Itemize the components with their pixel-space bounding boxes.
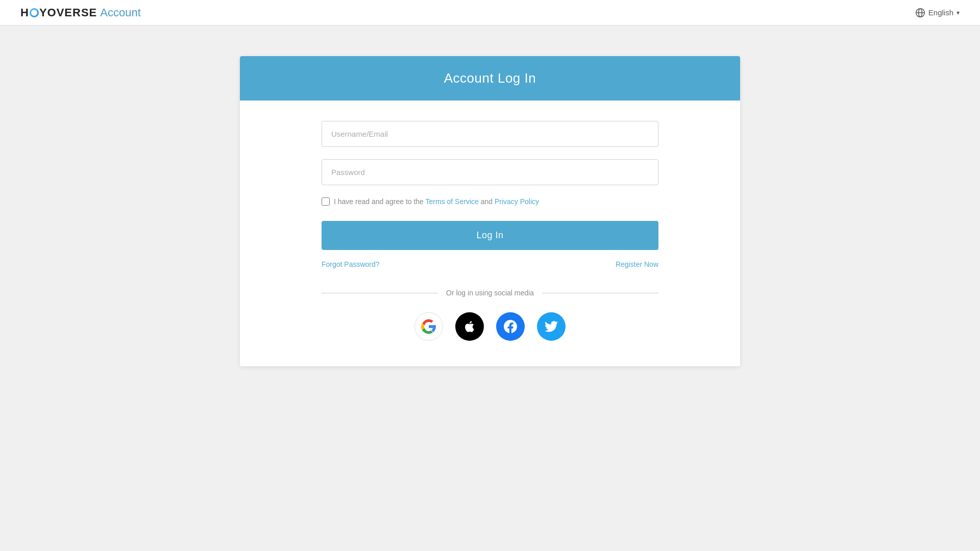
social-divider: Or log in using social media [322, 289, 658, 297]
terms-of-service-link[interactable]: Terms of Service [426, 197, 479, 206]
facebook-icon [504, 320, 517, 333]
forgot-password-link[interactable]: Forgot Password? [322, 260, 380, 268]
terms-checkbox[interactable] [322, 197, 330, 206]
privacy-policy-link[interactable]: Privacy Policy [495, 197, 539, 206]
google-login-button[interactable] [414, 312, 443, 341]
password-form-group [322, 159, 658, 185]
social-divider-text: Or log in using social media [446, 289, 534, 297]
divider-line-left [322, 293, 438, 293]
globe-icon [915, 8, 925, 18]
main-content: Account Log In I have read and agree to … [0, 26, 980, 551]
chevron-down-icon: ▾ [957, 9, 960, 16]
username-form-group [322, 121, 658, 147]
facebook-login-button[interactable] [496, 312, 525, 341]
top-bar: HYOVERSE Account English ▾ [0, 0, 980, 26]
apple-icon [463, 320, 476, 333]
twitter-icon [545, 320, 558, 333]
divider-line-right [542, 293, 658, 293]
google-icon [421, 319, 436, 334]
twitter-login-button[interactable] [537, 312, 566, 341]
language-label: English [928, 8, 953, 17]
logo-account-text: Account [100, 6, 141, 19]
terms-text: I have read and agree to the Terms of Se… [334, 197, 539, 206]
password-input[interactable] [322, 159, 658, 185]
language-selector[interactable]: English ▾ [915, 8, 960, 18]
apple-login-button[interactable] [455, 312, 484, 341]
logo-circle-icon [30, 8, 39, 17]
logo-area: HYOVERSE Account [20, 6, 141, 19]
terms-before: I have read and agree to the [334, 197, 426, 206]
terms-row: I have read and agree to the Terms of Se… [322, 197, 658, 206]
login-button[interactable]: Log In [322, 221, 658, 250]
card-body: I have read and agree to the Terms of Se… [240, 101, 740, 366]
social-icons [322, 312, 658, 341]
card-header: Account Log In [240, 56, 740, 101]
links-row: Forgot Password? Register Now [322, 260, 658, 268]
logo-text: HYOVERSE [20, 6, 97, 19]
register-now-link[interactable]: Register Now [616, 260, 658, 268]
terms-between: and [479, 197, 495, 206]
login-card: Account Log In I have read and agree to … [240, 56, 740, 366]
username-input[interactable] [322, 121, 658, 147]
card-header-title: Account Log In [444, 70, 536, 86]
